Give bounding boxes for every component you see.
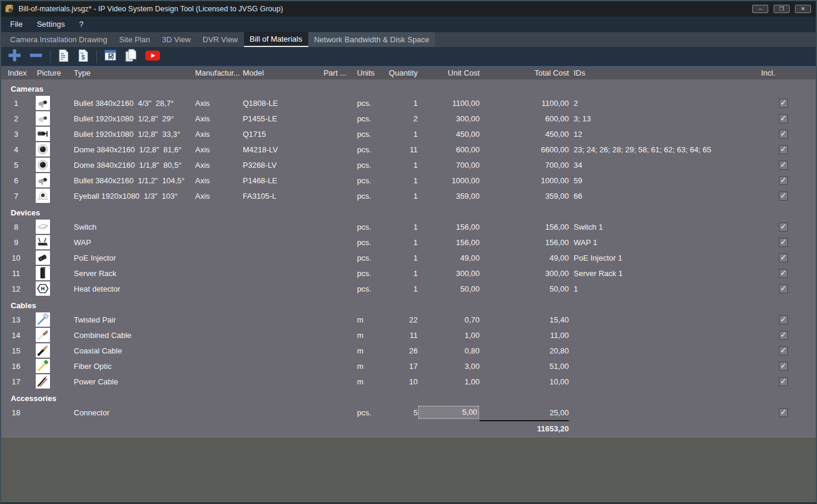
cell-unit-cost[interactable]: 700,00 xyxy=(418,161,480,170)
column-header-model[interactable]: Model xyxy=(243,68,311,77)
included-checkbox[interactable]: ✓ xyxy=(779,315,788,324)
youtube-button[interactable] xyxy=(145,49,161,64)
included-checkbox[interactable]: ✓ xyxy=(779,253,788,262)
table-row[interactable]: 18Connectorpcs.55,0025,00✓ xyxy=(1,405,816,420)
cell-quantity[interactable]: 1 xyxy=(383,192,418,201)
cell-quantity[interactable]: 1 xyxy=(383,161,418,170)
included-checkbox[interactable]: ✓ xyxy=(779,114,788,123)
report-button[interactable] xyxy=(57,49,70,64)
column-header-qty[interactable]: Quantity xyxy=(383,68,418,77)
menu-item-file[interactable]: File xyxy=(3,17,30,32)
cell-quantity[interactable]: 5 xyxy=(383,408,418,417)
cell-quantity[interactable]: 1 xyxy=(383,130,418,139)
included-checkbox[interactable]: ✓ xyxy=(779,269,788,278)
table-row[interactable]: 14Combined Cablem111,0011,00✓ xyxy=(1,327,816,343)
add-item-button[interactable] xyxy=(7,49,22,64)
column-header-part[interactable]: Part ... xyxy=(311,68,350,77)
table-row[interactable]: 16Fiber Opticm173,0051,00✓ xyxy=(1,358,816,374)
table-row[interactable]: 13Twisted Pairm220,7015,40✓ xyxy=(1,312,816,327)
table-row[interactable]: 9WAPpcs.1156,00156,00WAP 1✓ xyxy=(1,234,816,250)
included-checkbox[interactable]: ✓ xyxy=(779,145,788,154)
table-row[interactable]: 15Coaxial Cablem260,8020,80✓ xyxy=(1,343,816,358)
cell-unit-cost[interactable]: 5,00 xyxy=(418,405,480,420)
column-header-picture[interactable]: Picture xyxy=(31,68,74,77)
table-row[interactable]: 7Eyeball 1920x1080 1/3" 103°AxisFA3105-L… xyxy=(1,188,816,204)
included-checkbox[interactable]: ✓ xyxy=(779,331,788,340)
cell-quantity[interactable]: 2 xyxy=(383,114,418,123)
cost-report-button[interactable]: $ xyxy=(77,49,90,64)
cell-quantity[interactable]: 11 xyxy=(383,145,418,154)
column-header-type[interactable]: Type xyxy=(74,68,195,77)
cell-quantity[interactable]: 1 xyxy=(383,99,418,108)
table-row[interactable]: 2Bullet 1920x1080 1/2,8" 29°AxisP1455-LE… xyxy=(1,111,816,126)
tab-3d-view[interactable]: 3D View xyxy=(156,32,196,47)
cell-quantity[interactable]: 26 xyxy=(383,346,418,355)
included-checkbox[interactable]: ✓ xyxy=(779,362,788,371)
cell-quantity[interactable]: 1 xyxy=(383,176,418,185)
cell-unit-cost[interactable]: 359,00 xyxy=(418,192,480,201)
menu-item--[interactable]: ? xyxy=(72,17,90,32)
table-row[interactable]: 4Dome 3840x2160 1/2,8" 81,6°AxisM4218-LV… xyxy=(1,142,816,157)
cell-quantity[interactable]: 22 xyxy=(383,315,418,324)
cell-unit-cost[interactable]: 1,00 xyxy=(418,377,480,386)
table-row[interactable]: 17Power Cablem101,0010,00✓ xyxy=(1,374,816,389)
column-header-ids[interactable]: IDs xyxy=(569,68,756,77)
cell-unit-cost[interactable]: 1,00 xyxy=(418,331,480,340)
cell-unit-cost[interactable]: 300,00 xyxy=(418,269,480,278)
column-header-manuf[interactable]: Manufactur... xyxy=(195,68,243,77)
column-header-index[interactable]: Index xyxy=(1,68,31,77)
cell-unit-cost[interactable]: 450,00 xyxy=(418,130,480,139)
table-row[interactable]: 8Switchpcs.1156,00156,00Switch 1✓ xyxy=(1,219,816,234)
cell-unit-cost[interactable]: 1000,00 xyxy=(418,176,480,185)
cell-quantity[interactable]: 1 xyxy=(383,284,418,293)
cell-unit-cost[interactable]: 49,00 xyxy=(418,253,480,262)
included-checkbox[interactable]: ✓ xyxy=(779,223,788,231)
cell-unit-cost[interactable]: 156,00 xyxy=(418,238,480,247)
included-checkbox[interactable]: ✓ xyxy=(779,192,788,201)
cell-quantity[interactable]: 1 xyxy=(383,238,418,247)
table-row[interactable]: 11Server Rackpcs.1300,00300,00Server Rac… xyxy=(1,265,816,281)
cell-unit-cost[interactable]: 156,00 xyxy=(418,223,480,231)
column-header-units[interactable]: Units xyxy=(350,68,383,77)
included-checkbox[interactable]: ✓ xyxy=(779,130,788,139)
included-checkbox[interactable]: ✓ xyxy=(779,408,788,417)
table-row[interactable]: 10PoE Injectorpcs.149,0049,00PoE Injecto… xyxy=(1,250,816,265)
cell-unit-cost[interactable]: 3,00 xyxy=(418,362,480,371)
cell-quantity[interactable]: 11 xyxy=(383,331,418,340)
tab-bill-of-materials[interactable]: Bill of Materials xyxy=(244,32,308,47)
table-row[interactable]: 1Bullet 3840x2160 4/3" 28,7°AxisQ1808-LE… xyxy=(1,95,816,111)
cell-unit-cost[interactable]: 0,70 xyxy=(418,315,480,324)
column-header-incl[interactable]: Incl. xyxy=(756,68,816,77)
included-checkbox[interactable]: ✓ xyxy=(779,176,788,185)
tab-site-plan[interactable]: Site Plan xyxy=(113,32,156,47)
column-header-ucost[interactable]: Unit Cost xyxy=(418,68,480,77)
cell-quantity[interactable]: 1 xyxy=(383,269,418,278)
included-checkbox[interactable]: ✓ xyxy=(779,284,788,293)
table-row[interactable]: 5Dome 3840x2160 1/1,8" 80,5°AxisP3268-LV… xyxy=(1,157,816,173)
cell-quantity[interactable]: 1 xyxy=(383,253,418,262)
cell-quantity[interactable]: 1 xyxy=(383,223,418,231)
unit-cost-edit-field[interactable]: 5,00 xyxy=(418,405,480,420)
remove-item-button[interactable] xyxy=(29,49,43,64)
tab-dvr-view[interactable]: DVR View xyxy=(197,32,244,47)
copy-button[interactable] xyxy=(124,49,138,64)
included-checkbox[interactable]: ✓ xyxy=(779,377,788,386)
table-row[interactable]: 3Bullet 1920x1080 1/2,8" 33,3°AxisQ1715p… xyxy=(1,126,816,142)
menu-item-settings[interactable]: Settings xyxy=(30,17,72,32)
column-options-button[interactable] xyxy=(104,49,117,64)
minimize-button[interactable]: – xyxy=(752,5,768,13)
tab-camera-installation-drawing[interactable]: Camera Installation Drawing xyxy=(4,32,113,47)
tab-network-bandwidth-disk-space[interactable]: Network Bandwidth & Disk Space xyxy=(308,32,436,47)
column-header-tcost[interactable]: Total Cost xyxy=(480,68,569,77)
cell-quantity[interactable]: 17 xyxy=(383,362,418,371)
cell-quantity[interactable]: 10 xyxy=(383,377,418,386)
cell-unit-cost[interactable]: 50,00 xyxy=(418,284,480,293)
cell-unit-cost[interactable]: 600,00 xyxy=(418,145,480,154)
cell-unit-cost[interactable]: 1100,00 xyxy=(418,99,480,108)
cell-unit-cost[interactable]: 300,00 xyxy=(418,114,480,123)
included-checkbox[interactable]: ✓ xyxy=(779,346,788,355)
included-checkbox[interactable]: ✓ xyxy=(779,161,788,170)
cell-unit-cost[interactable]: 0,80 xyxy=(418,346,480,355)
maximize-button[interactable]: ❐ xyxy=(774,5,790,13)
included-checkbox[interactable]: ✓ xyxy=(779,238,788,247)
